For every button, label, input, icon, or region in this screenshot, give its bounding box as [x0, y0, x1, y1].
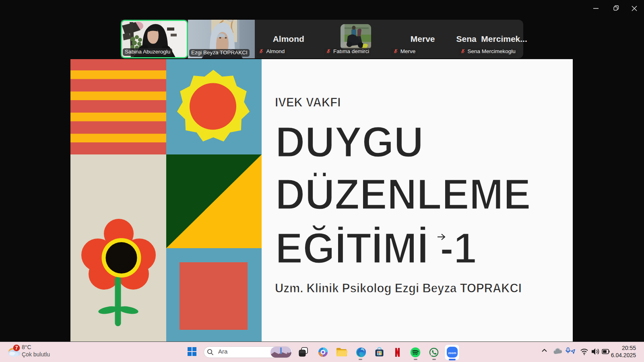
- svg-text:7: 7: [15, 345, 18, 351]
